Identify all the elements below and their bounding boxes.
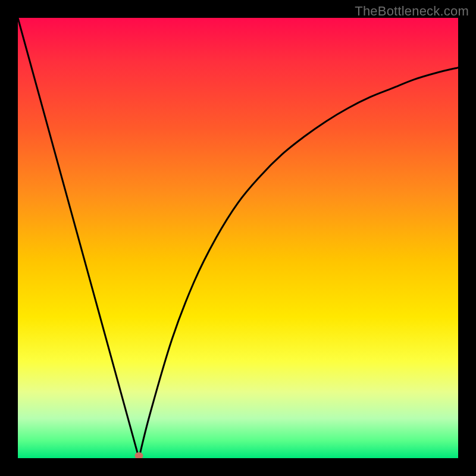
curve-svg	[18, 18, 458, 458]
bottleneck-curve-left	[18, 18, 139, 458]
watermark-text: TheBottleneck.com	[355, 4, 469, 19]
min-marker	[135, 452, 143, 458]
plot-area	[18, 18, 458, 458]
bottleneck-curve-right	[139, 68, 459, 458]
chart-frame: TheBottleneck.com	[0, 0, 476, 476]
